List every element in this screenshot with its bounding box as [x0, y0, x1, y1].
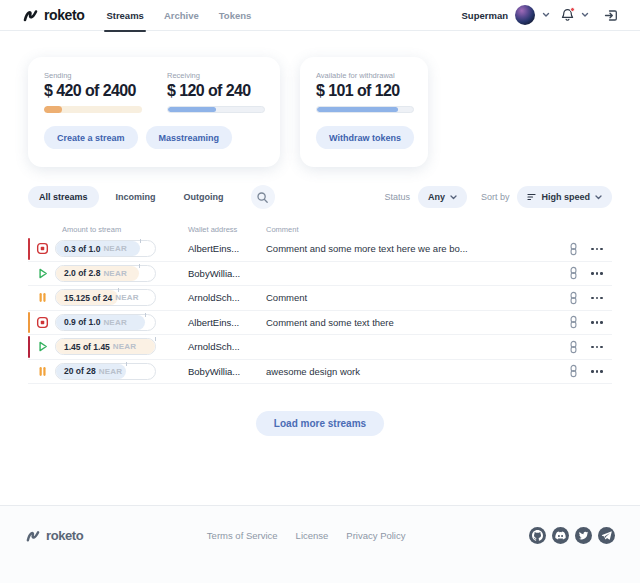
stream-progress-pill: 20 of 28 NEAR — [55, 363, 156, 380]
twitter-link[interactable] — [575, 527, 592, 544]
stream-comment: Comment and some text there — [266, 317, 560, 328]
status-select[interactable]: Any — [418, 186, 467, 208]
stream-link-button[interactable] — [560, 266, 586, 280]
avatar[interactable] — [515, 5, 535, 25]
chevron-down-icon — [450, 195, 457, 200]
token-symbol: NEAR — [99, 367, 122, 376]
withdraw-tokens-button[interactable]: Withdraw tokens — [316, 126, 414, 149]
brand-name: roketo — [44, 7, 84, 23]
topbar-right: Superman — [462, 5, 618, 25]
withdrawal-metric: Available for withdrawal $ 101 of 120 — [316, 71, 414, 113]
filter-bar: All streams Incoming Outgoing Status Any… — [28, 185, 612, 209]
wallet-address: ArnoldSch... — [157, 341, 266, 352]
row-status-stripe — [28, 336, 30, 358]
row-menu-button[interactable] — [586, 321, 608, 324]
nav-archive[interactable]: Archive — [164, 0, 199, 30]
token-symbol: NEAR — [115, 293, 138, 302]
sign-out-button[interactable] — [604, 9, 618, 22]
stream-link-button[interactable] — [560, 364, 586, 378]
roketo-logo-icon — [25, 529, 41, 543]
search-icon — [256, 191, 269, 204]
summary-cards: Sending $ 420 of 2400 Receiving $ 120 of… — [28, 57, 612, 167]
sort-lines-icon — [527, 193, 536, 201]
row-menu-button[interactable] — [586, 272, 608, 275]
discord-link[interactable] — [552, 527, 569, 544]
search-button[interactable] — [251, 185, 275, 209]
kebab-icon — [591, 297, 603, 300]
wallet-address: AlbertEins... — [157, 243, 266, 254]
table-row[interactable]: 20 of 28 NEAR BobyWillia... awesome desi… — [28, 360, 612, 385]
stop-icon — [36, 242, 55, 255]
link-icon — [567, 315, 580, 329]
kebab-icon — [591, 321, 603, 324]
masstreaming-button[interactable]: Masstreaming — [146, 126, 233, 149]
stream-progress-pill: 15.125 of 24 NEAR — [55, 289, 156, 306]
tab-all-streams[interactable]: All streams — [28, 186, 99, 208]
row-menu-button[interactable] — [586, 346, 608, 349]
withdrawal-card: Available for withdrawal $ 101 of 120 Wi… — [300, 57, 428, 167]
stream-amount: 1.45 of 1.45 — [64, 342, 110, 352]
load-more-wrap: Load more streams — [28, 411, 612, 436]
brand-logo[interactable]: roketo — [22, 7, 84, 23]
kebab-icon — [591, 346, 603, 349]
stream-link-button[interactable] — [560, 242, 586, 256]
stream-amount: 20 of 28 — [64, 366, 96, 376]
table-row[interactable]: 1.45 of 1.45 NEAR ArnoldSch... — [28, 335, 612, 360]
load-more-button[interactable]: Load more streams — [256, 411, 384, 436]
stream-link-button[interactable] — [560, 340, 586, 354]
sending-amount: $ 420 of 2400 — [44, 82, 142, 100]
stream-comment: Comment — [266, 292, 560, 303]
withdrawal-label: Available for withdrawal — [316, 71, 414, 80]
table-row[interactable]: 0.3 of 1.0 NEAR AlbertEins... Comment an… — [28, 237, 612, 262]
wallet-address: ArnoldSch... — [157, 292, 266, 303]
table-row[interactable]: 0.9 of 1.0 NEAR AlbertEins... Comment an… — [28, 311, 612, 336]
tab-incoming[interactable]: Incoming — [105, 186, 167, 208]
stream-progress-pill: 2.0 of 2.8 NEAR — [55, 265, 156, 282]
row-status-stripe — [28, 312, 30, 334]
stream-link-button[interactable] — [560, 315, 586, 329]
streams-table: Amount to stream Wallet address Comment … — [28, 222, 612, 384]
wallet-address: BobyWillia... — [157, 268, 266, 279]
token-symbol: NEAR — [113, 342, 136, 351]
table-row[interactable]: 15.125 of 24 NEAR ArnoldSch... Comment — [28, 286, 612, 311]
stream-amount: 2.0 of 2.8 — [64, 268, 100, 278]
token-symbol: NEAR — [103, 244, 126, 253]
license-link[interactable]: License — [296, 530, 329, 541]
user-menu-chevron-down-icon[interactable] — [542, 12, 550, 18]
table-row[interactable]: 2.0 of 2.8 NEAR BobyWillia... — [28, 262, 612, 287]
link-icon — [567, 266, 580, 280]
play-icon — [36, 267, 55, 280]
sending-progress-fill — [44, 106, 62, 113]
notifications-chevron-down-icon[interactable] — [581, 12, 589, 18]
link-icon — [567, 242, 580, 256]
row-menu-button[interactable] — [586, 297, 608, 300]
stream-link-button[interactable] — [560, 291, 586, 305]
nav-tokens[interactable]: Tokens — [219, 0, 252, 30]
footer: roketo Terms of Service License Privacy … — [0, 505, 640, 583]
terms-link[interactable]: Terms of Service — [207, 530, 278, 541]
tab-outgoing[interactable]: Outgoing — [173, 186, 235, 208]
main-content: Sending $ 420 of 2400 Receiving $ 120 of… — [0, 31, 640, 505]
create-stream-button[interactable]: Create a stream — [44, 126, 138, 149]
telegram-icon — [601, 530, 612, 541]
telegram-link[interactable] — [598, 527, 615, 544]
sort-select[interactable]: High speed — [517, 186, 612, 208]
stream-progress-pill: 1.45 of 1.45 NEAR — [55, 338, 156, 355]
header-amount: Amount to stream — [55, 225, 157, 234]
streaming-summary-card: Sending $ 420 of 2400 Receiving $ 120 of… — [28, 57, 280, 167]
nav-streams[interactable]: Streams — [106, 0, 144, 30]
receiving-progress-bar — [167, 106, 265, 113]
stream-amount: 0.3 of 1.0 — [64, 244, 100, 254]
row-menu-button[interactable] — [586, 370, 608, 373]
stop-icon — [36, 316, 55, 329]
kebab-icon — [591, 370, 603, 373]
sort-value: High speed — [541, 192, 590, 202]
privacy-link[interactable]: Privacy Policy — [346, 530, 405, 541]
withdrawal-progress-fill — [317, 107, 398, 112]
notifications-button[interactable] — [561, 8, 574, 22]
pause-icon — [36, 291, 55, 304]
footer-brand[interactable]: roketo — [25, 528, 83, 543]
github-link[interactable] — [529, 527, 546, 544]
twitter-icon — [578, 530, 589, 541]
row-menu-button[interactable] — [586, 248, 608, 251]
